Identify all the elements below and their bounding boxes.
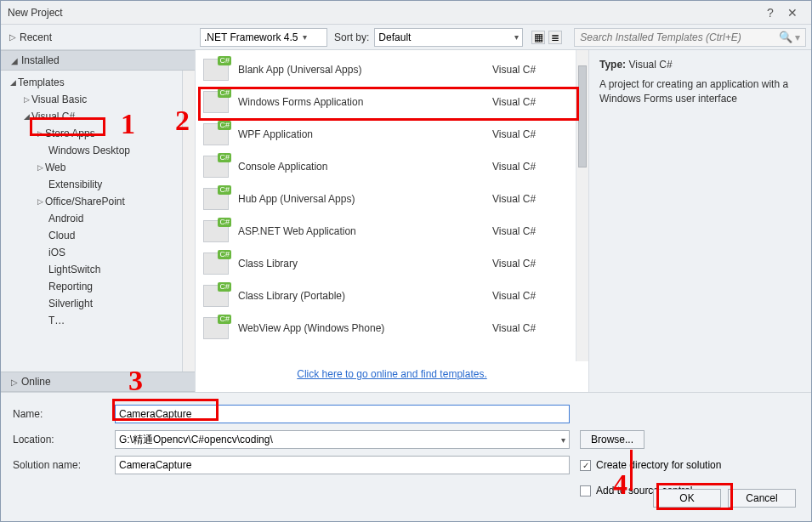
recent-label: Recent <box>20 31 52 43</box>
scrollbar-thumb[interactable] <box>578 65 587 167</box>
framework-select[interactable]: .NET Framework 4.5 ▾ <box>200 28 327 47</box>
annotation-line-4 <box>630 450 633 491</box>
csharp-project-icon: C# <box>202 251 230 276</box>
cancel-button[interactable]: Cancel <box>728 489 796 508</box>
template-console[interactable]: C#Console ApplicationVisual C# <box>196 150 576 183</box>
online-label: Online <box>21 376 51 388</box>
template-class-library-portable[interactable]: C#Class Library (Portable)Visual C# <box>196 280 576 312</box>
csharp-project-icon: C# <box>202 89 230 115</box>
ok-button[interactable]: OK <box>653 489 721 508</box>
tree-lightswitch[interactable]: LightSwitch <box>1 261 182 278</box>
checkbox-checked-icon: ✓ <box>580 460 591 471</box>
tree-ios[interactable]: iOS <box>1 244 182 261</box>
name-label: Name: <box>13 408 115 420</box>
template-wpf[interactable]: C#WPF ApplicationVisual C# <box>196 118 576 150</box>
sort-value: Default <box>378 31 411 43</box>
csharp-project-icon: C# <box>202 122 230 147</box>
list-icon: ≣ <box>551 31 559 43</box>
expand-icon: ▷ <box>35 197 45 206</box>
location-label: Location: <box>13 434 115 445</box>
chevron-down-icon: ◢ <box>11 56 18 65</box>
recent-section[interactable]: ▷ Recent <box>6 31 195 43</box>
chevron-down-icon: ▾ <box>303 32 307 42</box>
csharp-project-icon: C# <box>202 154 230 179</box>
tree-templates[interactable]: ◢Templates <box>1 74 182 91</box>
create-directory-label: Create directory for solution <box>596 459 721 471</box>
name-field[interactable] <box>115 405 570 423</box>
framework-value: .NET Framework 4.5 <box>204 31 298 43</box>
type-line: Type: Visual C# <box>599 59 801 71</box>
collapse-icon: ◢ <box>8 78 18 87</box>
csharp-project-icon: C# <box>202 57 230 82</box>
create-directory-checkbox[interactable]: ✓ Create directory for solution <box>580 459 721 471</box>
template-list: C#Blank App (Universal Apps)Visual C# C#… <box>196 50 576 361</box>
center-scrollbar[interactable] <box>576 50 588 361</box>
location-input[interactable] <box>119 434 561 445</box>
chevron-right-icon: ▷ <box>11 377 18 387</box>
csharp-project-icon: C# <box>202 186 230 212</box>
solution-name-label: Solution name: <box>13 459 115 471</box>
tree-store-apps[interactable]: ▷Store Apps <box>1 125 182 142</box>
help-button[interactable]: ? <box>760 6 781 20</box>
csharp-project-icon: C# <box>202 283 230 309</box>
csharp-project-icon: C# <box>202 218 230 244</box>
chevron-down-icon: ▾ <box>514 32 519 42</box>
view-tile-button[interactable]: ▦ <box>531 31 545 44</box>
csharp-project-icon: C# <box>202 315 230 341</box>
search-box[interactable]: 🔍 ▾ <box>574 28 806 47</box>
template-tree: ◢Templates ▷Visual Basic ◢Visual C# ▷Sto… <box>1 71 182 372</box>
installed-header[interactable]: ◢ Installed <box>1 50 195 71</box>
tree-android[interactable]: Android <box>1 210 182 227</box>
template-blank-app[interactable]: C#Blank App (Universal Apps)Visual C# <box>196 54 576 86</box>
solution-input[interactable] <box>119 459 565 471</box>
tree-cloud[interactable]: Cloud <box>1 227 182 244</box>
tree-visual-csharp[interactable]: ◢Visual C# <box>1 108 182 125</box>
solution-field[interactable] <box>115 456 570 474</box>
grid-icon: ▦ <box>534 31 543 43</box>
tree-office-sharepoint[interactable]: ▷Office/SharePoint <box>1 193 182 210</box>
sort-select[interactable]: Default ▾ <box>374 28 523 47</box>
sort-by-label: Sort by: <box>334 31 369 43</box>
close-button[interactable]: ✕ <box>781 6 804 20</box>
expand-icon: ▷ <box>35 129 45 138</box>
template-aspnet[interactable]: C#ASP.NET Web ApplicationVisual C# <box>196 215 576 247</box>
search-input[interactable] <box>580 31 775 43</box>
chevron-down-icon[interactable]: ▾ <box>561 435 565 445</box>
view-list-button[interactable]: ≣ <box>548 31 562 44</box>
location-field[interactable]: ▾ <box>115 430 570 449</box>
search-icon: 🔍 <box>779 31 792 43</box>
collapse-icon: ◢ <box>21 112 31 121</box>
tree-web[interactable]: ▷Web <box>1 159 182 176</box>
tree-reporting[interactable]: Reporting <box>1 278 182 295</box>
template-windows-forms[interactable]: C#Windows Forms ApplicationVisual C# <box>196 86 576 118</box>
template-description: A project for creating an application wi… <box>599 77 801 106</box>
name-input[interactable] <box>119 408 565 420</box>
tree-extensibility[interactable]: Extensibility <box>1 176 182 193</box>
tree-silverlight[interactable]: Silverlight <box>1 295 182 312</box>
chevron-right-icon: ▷ <box>9 32 16 42</box>
installed-label: Installed <box>21 54 60 66</box>
checkbox-unchecked-icon <box>580 485 591 496</box>
tree-windows-desktop[interactable]: Windows Desktop <box>1 142 182 159</box>
template-class-library[interactable]: C#Class LibraryVisual C# <box>196 247 576 280</box>
chevron-down-icon: ▾ <box>795 31 800 43</box>
browse-button[interactable]: Browse... <box>580 430 644 449</box>
expand-icon: ▷ <box>21 95 31 104</box>
online-templates-link[interactable]: Click here to go online and find templat… <box>196 361 588 392</box>
expand-icon: ▷ <box>35 163 45 172</box>
window-title: New Project <box>8 7 760 19</box>
tree-truncated[interactable]: T… <box>1 312 182 329</box>
left-scrollbar[interactable] <box>182 71 195 372</box>
template-hub-app[interactable]: C#Hub App (Universal Apps)Visual C# <box>196 183 576 215</box>
tree-visual-basic[interactable]: ▷Visual Basic <box>1 91 182 108</box>
online-header[interactable]: ▷ Online <box>1 372 195 392</box>
template-webview[interactable]: C#WebView App (Windows Phone)Visual C# <box>196 312 576 344</box>
